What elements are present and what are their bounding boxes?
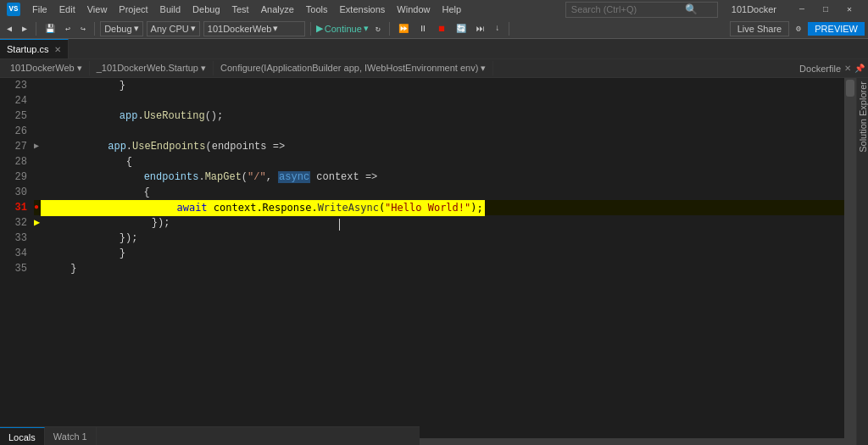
menu-window[interactable]: Window <box>392 3 435 15</box>
toolbar: ◀ ▶ 💾 ↩ ↪ Debug ▾ Any CPU ▾ 101DockerWeb… <box>0 19 868 39</box>
menu-debug[interactable]: Debug <box>187 3 225 15</box>
toolbar-sep-3 <box>310 22 311 36</box>
tab-startup-cs-close[interactable]: ✕ <box>54 45 61 54</box>
text-cursor <box>339 219 340 231</box>
menu-project[interactable]: Project <box>114 3 153 15</box>
continue-button[interactable]: ▶ Continue ▾ <box>316 23 369 34</box>
tab-startup-cs-label: Startup.cs <box>7 44 49 54</box>
toolbar-forward-btn[interactable]: ▶ <box>19 22 31 36</box>
debug-into[interactable]: ↓ <box>492 22 504 35</box>
arrow-icon-32: ▶ <box>34 215 40 231</box>
menu-help[interactable]: Help <box>437 3 466 15</box>
menu-analyze[interactable]: Analyze <box>256 3 299 15</box>
debug-more[interactable]: ⏭ <box>473 22 488 36</box>
menu-build[interactable]: Build <box>155 3 186 15</box>
toolbar-back-btn[interactable]: ◀ <box>3 22 15 36</box>
maximize-button[interactable]: □ <box>814 0 837 19</box>
code-line-24 <box>34 93 844 108</box>
toolbar-undo-btn[interactable]: ↩ <box>62 22 74 36</box>
global-search-box[interactable]: 🔍 <box>565 2 718 18</box>
chevron-down-icon-4: ▾ <box>364 23 369 34</box>
menu-bar: File Edit View Project Build Debug Test … <box>27 3 466 15</box>
toolbar-extra[interactable]: ⚙ <box>793 22 804 36</box>
nav-dropdown-project[interactable]: 101DockerWeb ▾ <box>3 61 90 75</box>
code-line-29: endpoints.MapGet("/", async context => <box>34 170 844 185</box>
search-input[interactable] <box>571 4 682 14</box>
window-controls: ─ □ ✕ <box>790 0 861 19</box>
breakpoint-icon-31[interactable]: ● <box>34 200 39 215</box>
search-icon: 🔍 <box>685 3 698 16</box>
live-share-button[interactable]: Live Share <box>730 21 790 36</box>
tab-locals[interactable]: Locals <box>0 427 45 445</box>
chevron-down-icon-2: ▾ <box>191 23 196 34</box>
expand-icon-27[interactable]: ▶ <box>34 139 39 154</box>
scrollbar-right[interactable] <box>844 78 856 438</box>
debug-step-over[interactable]: ⏩ <box>395 22 412 36</box>
debug-stop[interactable]: ⏹ <box>434 22 449 36</box>
chevron-down-icon-nav2: ▾ <box>201 63 206 73</box>
chevron-down-icon-nav3: ▾ <box>481 63 486 73</box>
preview-button[interactable]: PREVIEW <box>808 22 865 36</box>
code-line-27: ▶ app.UseEndpoints(endpoints => <box>34 139 844 154</box>
toolbar-sep-4 <box>389 22 390 36</box>
debug-restart[interactable]: 🔄 <box>453 22 470 36</box>
debug-config-dropdown[interactable]: Debug ▾ <box>100 21 142 36</box>
solution-explorer-panel[interactable]: Solution Explorer <box>856 78 868 445</box>
app-title: 101Docker <box>732 4 776 14</box>
editor-wrapper: 23 24 25 26 27 28 29 30 31 32 33 34 35 } <box>0 78 856 445</box>
toolbar-sep-1 <box>36 22 36 36</box>
solution-explorer-label[interactable]: Solution Explorer <box>858 81 868 153</box>
editor-area[interactable]: 23 24 25 26 27 28 29 30 31 32 33 34 35 } <box>0 78 856 438</box>
project-dropdown[interactable]: 101DockerWeb ▾ <box>203 21 305 36</box>
close-button[interactable]: ✕ <box>837 0 861 19</box>
code-line-31: ● await context.Response.WriteAsync("Hel… <box>34 200 844 215</box>
chevron-down-icon: ▾ <box>134 23 139 34</box>
menu-file[interactable]: File <box>27 3 53 15</box>
scroll-thumb[interactable] <box>846 80 854 97</box>
app-logo: VS <box>7 3 20 16</box>
code-line-25: app.UseRouting(); <box>34 108 844 124</box>
play-icon: ▶ <box>316 23 323 34</box>
nav-tab-area: 101DockerWeb ▾ _101DockerWeb.Startup ▾ C… <box>3 61 493 75</box>
toolbar-save-btn[interactable]: 💾 <box>42 22 58 36</box>
tab-bar: Startup.cs ✕ <box>0 39 868 59</box>
toolbar-sep-2 <box>94 22 95 36</box>
chevron-down-icon-nav: ▾ <box>77 63 82 73</box>
toolbar-sep-5 <box>509 22 509 36</box>
main-area: 23 24 25 26 27 28 29 30 31 32 33 34 35 } <box>0 78 868 445</box>
tab-watch-1[interactable]: Watch 1 <box>45 427 97 445</box>
title-bar: VS File Edit View Project Build Debug Te… <box>0 0 868 19</box>
tab-startup-cs[interactable]: Startup.cs ✕ <box>0 39 69 58</box>
menu-view[interactable]: View <box>82 3 113 15</box>
nav-dropdown-file[interactable]: _101DockerWeb.Startup ▾ <box>90 61 214 75</box>
line-numbers: 23 24 25 26 27 28 29 30 31 32 33 34 35 <box>0 78 34 438</box>
nav-dropdown-method[interactable]: Configure(IApplicationBuilder app, IWebH… <box>214 61 493 75</box>
chevron-down-icon-3: ▾ <box>273 23 278 34</box>
menu-extensions[interactable]: Extensions <box>335 3 391 15</box>
locals-tab-bar: Locals Watch 1 <box>0 426 420 445</box>
code-line-34: } <box>34 246 844 261</box>
code-line-26 <box>34 124 844 139</box>
code-line-33: }); <box>34 231 844 246</box>
menu-test[interactable]: Test <box>227 3 254 15</box>
menu-edit[interactable]: Edit <box>54 3 81 15</box>
dockerfile-close[interactable]: ✕ <box>844 64 851 73</box>
toolbar-redo-btn[interactable]: ↪ <box>77 22 89 36</box>
debug-break[interactable]: ⏸ <box>415 22 431 36</box>
code-line-30: { <box>34 185 844 200</box>
code-line-23: } <box>34 78 844 93</box>
code-line-28: { <box>34 154 844 170</box>
dockerfile-pin[interactable]: 📌 <box>854 64 865 73</box>
menu-tools[interactable]: Tools <box>301 3 333 15</box>
code-line-35: } <box>34 261 844 276</box>
platform-dropdown[interactable]: Any CPU ▾ <box>147 21 200 36</box>
code-content[interactable]: } app.UseRouting(); ▶ app.UseEndpoints(e… <box>34 78 844 438</box>
code-line-32: ▶ }); <box>34 215 844 231</box>
dockerfile-tab[interactable]: Dockerfile <box>799 64 841 74</box>
minimize-button[interactable]: ─ <box>790 0 814 19</box>
dockerfile-tab-area: 101DockerWeb ▾ _101DockerWeb.Startup ▾ C… <box>0 59 868 78</box>
refresh-btn[interactable]: ↻ <box>372 22 384 36</box>
title-bar-left: VS <box>7 3 20 16</box>
